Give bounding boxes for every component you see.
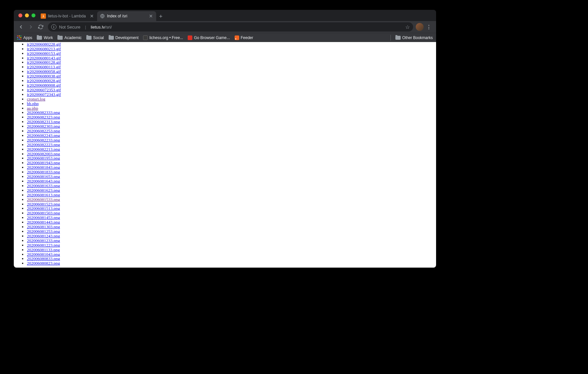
- file-link[interactable]: 202006081513.png: [27, 206, 60, 211]
- file-link[interactable]: ir202006080213.gif: [27, 46, 61, 51]
- file-link[interactable]: ir202006080038.gif: [27, 74, 61, 78]
- folder-icon: [57, 36, 63, 40]
- file-link[interactable]: 202006081613.png: [27, 192, 60, 197]
- list-item: ir202006080028.gif: [27, 78, 436, 83]
- file-link[interactable]: 202006082313.png: [27, 119, 60, 124]
- bookmarks-divider: [390, 35, 391, 41]
- file-link[interactable]: 202006081503.png: [27, 210, 60, 215]
- file-link[interactable]: 202006081303.png: [27, 224, 60, 229]
- file-link[interactable]: cronsri.log: [27, 97, 45, 101]
- file-link[interactable]: 202006081843.png: [27, 165, 60, 170]
- file-link[interactable]: 202006081523.png: [27, 202, 60, 207]
- file-link[interactable]: 202006081533.png: [27, 197, 60, 202]
- file-link[interactable]: 202006082333.png: [27, 110, 60, 115]
- file-link[interactable]: 202006081043.png: [27, 252, 60, 257]
- file-link[interactable]: 202006081833.png: [27, 169, 60, 174]
- list-item: 202006081303.png: [27, 225, 436, 229]
- file-link[interactable]: ir202006080153.gif: [27, 51, 61, 56]
- file-link[interactable]: ir202006080058.gif: [27, 69, 61, 74]
- tab-1[interactable]: Index of /sri✕: [97, 11, 156, 21]
- maximize-window-button[interactable]: [32, 13, 35, 17]
- file-link[interactable]: 202006082303.png: [27, 124, 60, 129]
- file-link[interactable]: 202006081233.png: [27, 238, 60, 243]
- file-link[interactable]: 202006081133.png: [27, 247, 60, 252]
- list-item: 202006082303.png: [27, 124, 436, 129]
- list-item: 202006082003.png: [27, 152, 436, 156]
- file-link[interactable]: ir202006072343.gif: [27, 92, 61, 97]
- other-bookmarks-button[interactable]: Other Bookmarks: [395, 35, 433, 40]
- file-link[interactable]: 202006082213.png: [27, 147, 60, 152]
- browser-window: λlietus-lv-bot - Lambda✕Index of /sri✕+ …: [14, 10, 436, 268]
- list-item: 202006081513.png: [27, 206, 436, 211]
- close-window-button[interactable]: [18, 13, 22, 17]
- bookmark-social[interactable]: Social: [86, 35, 104, 40]
- bookmark-lichess-org-free-[interactable]: lichess.org • Free...: [143, 35, 183, 40]
- file-link[interactable]: 202006081953.png: [27, 156, 60, 161]
- list-item: 202006081613.png: [27, 193, 436, 197]
- list-item: 202006081503.png: [27, 211, 436, 215]
- file-link[interactable]: 202006081633.png: [27, 183, 60, 188]
- list-item: 202006082333.png: [27, 110, 436, 115]
- folder-icon: [395, 36, 401, 40]
- file-link[interactable]: bb.php: [27, 101, 39, 106]
- bookmark-feeder[interactable]: Feeder: [235, 35, 253, 40]
- minimize-window-button[interactable]: [25, 13, 29, 17]
- file-link[interactable]: 202006081653.png: [27, 174, 60, 179]
- file-link[interactable]: ir202006072353.gif: [27, 87, 61, 92]
- list-item: 202006081533.png: [27, 197, 436, 202]
- file-link[interactable]: 202006081223.png: [27, 243, 60, 248]
- file-link[interactable]: ir202006080143.gif: [27, 55, 61, 60]
- file-link[interactable]: 202006081943.png: [27, 160, 60, 165]
- bookmark-academic[interactable]: Academic: [57, 35, 82, 40]
- reload-button[interactable]: [36, 22, 45, 32]
- back-button[interactable]: [16, 22, 26, 32]
- list-item: 202006082313.png: [27, 120, 436, 124]
- address-bar[interactable]: i Not Secure | lietus.lv/sri/ ☆: [48, 22, 413, 32]
- bookmark-development[interactable]: Development: [109, 35, 139, 40]
- page-content[interactable]: ir202006080258.gifir202006080243.gifir20…: [14, 42, 436, 268]
- list-item: ir202006072343.gif: [27, 92, 436, 97]
- file-link[interactable]: ir202006080028.gif: [27, 78, 61, 83]
- file-link[interactable]: 202006082223.png: [27, 142, 60, 147]
- file-link[interactable]: ir202006080128.gif: [27, 60, 61, 65]
- list-item: 202006081223.png: [27, 243, 436, 248]
- file-link[interactable]: 202006081453.png: [27, 215, 60, 220]
- file-link[interactable]: 202006082003.png: [27, 151, 60, 156]
- lambda-favicon-icon: λ: [41, 13, 46, 19]
- browser-menu-button[interactable]: ⋮: [424, 22, 433, 32]
- list-item: 202006081133.png: [27, 248, 436, 252]
- file-link[interactable]: 202006082253.png: [27, 128, 60, 133]
- profile-avatar[interactable]: [416, 23, 424, 31]
- file-link[interactable]: aa.php: [27, 106, 38, 111]
- list-item: 202006082223.png: [27, 143, 436, 147]
- list-item: 202006082323.png: [27, 115, 436, 120]
- new-tab-button[interactable]: +: [156, 12, 165, 21]
- bookmark-apps[interactable]: Apps: [17, 35, 32, 40]
- file-link[interactable]: ir202006080008.gif: [27, 83, 61, 88]
- file-link[interactable]: 202006082243.png: [27, 133, 60, 138]
- file-link[interactable]: 202006080833.png: [27, 256, 60, 261]
- tab-close-icon[interactable]: ✕: [148, 13, 154, 19]
- tab-0[interactable]: λlietus-lv-bot - Lambda✕: [38, 11, 97, 21]
- file-link[interactable]: 202006081623.png: [27, 188, 60, 193]
- bookmark-work[interactable]: Work: [37, 35, 53, 40]
- bookmark-star-icon[interactable]: ☆: [405, 24, 410, 30]
- file-link[interactable]: 202006082233.png: [27, 138, 60, 143]
- list-item: ir202006080113.gif: [27, 65, 436, 69]
- list-item: ir202006080213.gif: [27, 47, 436, 51]
- forward-button[interactable]: [26, 22, 35, 32]
- info-icon: i: [51, 24, 56, 30]
- list-item: 202006081523.png: [27, 202, 436, 207]
- url-host: lietus.lv: [91, 25, 105, 30]
- file-link[interactable]: 202006082323.png: [27, 115, 60, 120]
- file-link[interactable]: 202006081643.png: [27, 179, 60, 184]
- file-link[interactable]: 202006080823.png: [27, 261, 60, 266]
- bookmark-go-browser-game-[interactable]: Go Browser Game...: [188, 35, 230, 40]
- file-link[interactable]: 202006081443.png: [27, 220, 60, 225]
- tab-close-icon[interactable]: ✕: [89, 13, 94, 19]
- file-link[interactable]: 202006081253.png: [27, 229, 60, 234]
- folder-icon: [86, 36, 92, 40]
- list-item: 202006081843.png: [27, 165, 436, 170]
- file-link[interactable]: ir202006080113.gif: [27, 64, 61, 69]
- file-link[interactable]: 202006081243.png: [27, 233, 60, 238]
